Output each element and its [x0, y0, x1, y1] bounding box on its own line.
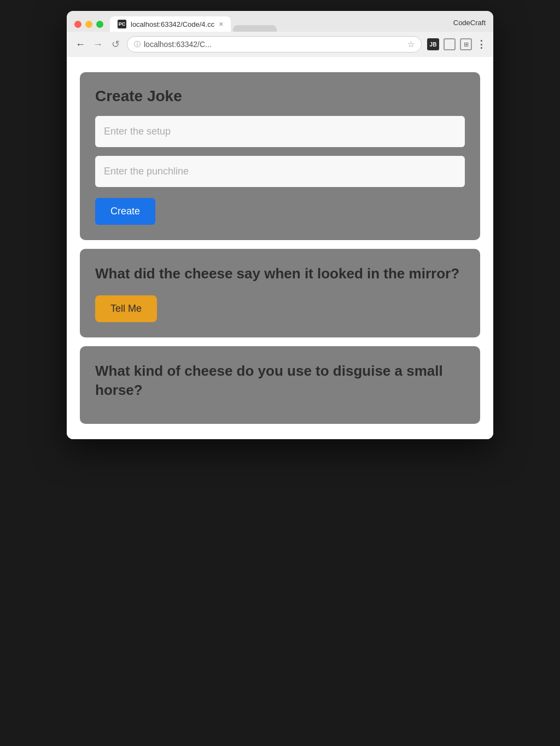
- maximize-traffic-light[interactable]: [96, 21, 103, 28]
- browser-window: PC localhost:63342/Code/4.cc × CodeCraft…: [67, 11, 493, 439]
- browser-titlebar: PC localhost:63342/Code/4.cc × CodeCraft: [67, 11, 493, 32]
- setup-input[interactable]: [95, 116, 465, 147]
- joke1-question: What did the cheese say when it looked i…: [95, 264, 465, 283]
- address-text: localhost:63342/C...: [144, 40, 404, 49]
- create-button[interactable]: Create: [95, 198, 155, 225]
- joke1-card: What did the cheese say when it looked i…: [80, 249, 480, 337]
- more-options-button[interactable]: ⋮: [476, 38, 486, 50]
- tab-group-icon[interactable]: [444, 38, 456, 50]
- active-tab[interactable]: PC localhost:63342/Code/4.cc ×: [110, 16, 231, 32]
- punchline-input[interactable]: [95, 156, 465, 187]
- cast-icon[interactable]: ⊞: [460, 38, 472, 50]
- refresh-button[interactable]: ↺: [109, 38, 121, 50]
- tab-close-button[interactable]: ×: [219, 20, 223, 28]
- joke2-card: What kind of cheese do you use to disgui…: [80, 346, 480, 424]
- browser-app-name: CodeCraft: [453, 19, 486, 30]
- browser-content: Create Joke Create What did the cheese s…: [67, 57, 493, 439]
- tab-favicon: PC: [118, 20, 126, 28]
- toolbar-icons: JB ⊞ ⋮: [427, 38, 486, 50]
- close-traffic-light[interactable]: [74, 21, 81, 28]
- inactive-tab[interactable]: [233, 25, 277, 32]
- browser-top-row: PC localhost:63342/Code/4.cc × CodeCraft: [74, 16, 486, 32]
- bookmark-icon[interactable]: ☆: [407, 39, 415, 49]
- tab-bar: PC localhost:63342/Code/4.cc ×: [110, 16, 447, 32]
- traffic-lights: [74, 21, 103, 28]
- browser-addressbar: ← → ↺ ⓘ localhost:63342/C... ☆ JB ⊞ ⋮: [67, 32, 493, 57]
- minimize-traffic-light[interactable]: [85, 21, 92, 28]
- tab-title: localhost:63342/Code/4.cc: [131, 20, 214, 28]
- create-joke-title: Create Joke: [95, 88, 465, 105]
- jb-extension-icon[interactable]: JB: [427, 38, 439, 50]
- lock-icon: ⓘ: [134, 40, 141, 49]
- address-bar[interactable]: ⓘ localhost:63342/C... ☆: [127, 36, 422, 53]
- forward-button[interactable]: →: [92, 39, 104, 50]
- create-joke-card: Create Joke Create: [80, 72, 480, 240]
- back-button[interactable]: ←: [74, 39, 86, 50]
- joke1-tell-me-button[interactable]: Tell Me: [95, 295, 157, 322]
- joke2-question: What kind of cheese do you use to disgui…: [95, 362, 465, 400]
